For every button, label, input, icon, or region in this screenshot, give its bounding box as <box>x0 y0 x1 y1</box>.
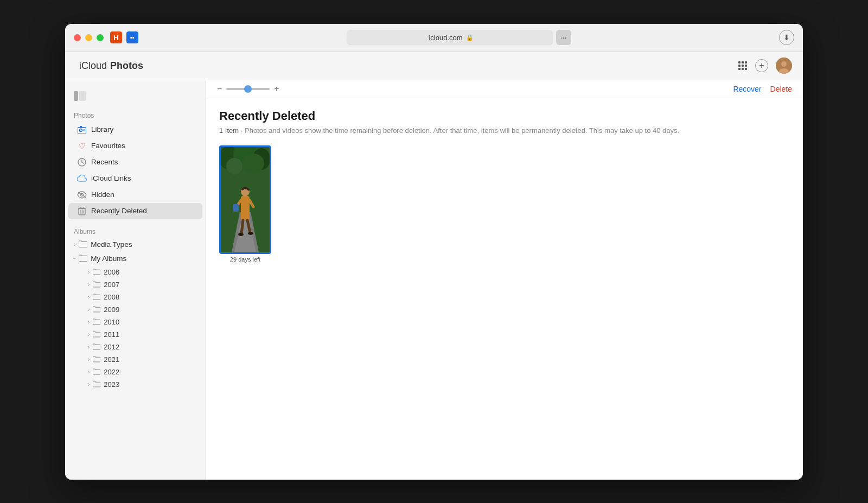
header-actions: + <box>738 58 792 74</box>
svg-rect-4 <box>742 65 744 67</box>
sidebar-item-icloud-links[interactable]: iCloud Links <box>68 170 202 187</box>
year-2023-label: 2023 <box>104 380 119 389</box>
photo-item[interactable]: 29 days left <box>219 145 271 263</box>
minimize-button[interactable] <box>85 34 92 41</box>
svg-rect-23 <box>79 208 85 215</box>
svg-rect-1 <box>742 61 744 63</box>
lock-icon: 🔒 <box>466 34 474 41</box>
my-albums-header[interactable]: › My Albums <box>68 252 202 266</box>
media-types-label: Media Types <box>91 240 132 249</box>
app-logo: iCloud Photos <box>76 60 143 72</box>
sidebar: Photos Library ♡ Favourites <box>65 80 206 480</box>
year-2012-chevron: › <box>88 344 90 350</box>
library-label: Library <box>91 125 113 133</box>
year-2022-label: 2022 <box>104 368 119 376</box>
url-bar[interactable]: icloud.com 🔒 <box>347 30 553 45</box>
subtitle-separator: · <box>241 126 245 135</box>
photos-section-label: Photos <box>65 107 206 122</box>
recover-button[interactable]: Recover <box>733 85 761 93</box>
app-icon-h[interactable]: H <box>110 31 122 43</box>
album-year-2009[interactable]: › 2009 <box>68 303 202 316</box>
album-year-2007[interactable]: › 2007 <box>68 278 202 291</box>
year-2006-chevron: › <box>88 269 90 275</box>
app-window: H ▪▪ icloud.com 🔒 ··· ⬇ iCloud Photos <box>65 24 803 480</box>
year-2008-label: 2008 <box>104 293 119 301</box>
photo-days-left: 29 days left <box>230 256 260 263</box>
year-2021-label: 2021 <box>104 355 119 364</box>
content-main: Recently Deleted 1 Item · Photos and vid… <box>206 98 803 480</box>
content-area: − + Recover Delete Recently Deleted 1 It… <box>206 80 803 480</box>
my-albums-label: My Albums <box>91 254 126 263</box>
url-bar-dots[interactable]: ··· <box>556 30 571 45</box>
album-year-2022[interactable]: › 2022 <box>68 366 202 378</box>
svg-point-15 <box>80 129 82 131</box>
year-2009-chevron: › <box>88 307 90 313</box>
svg-rect-2 <box>745 61 747 63</box>
titlebar-center: icloud.com 🔒 ··· <box>138 30 779 45</box>
svg-rect-13 <box>79 91 86 101</box>
year-2011-label: 2011 <box>104 330 119 339</box>
zoom-out-button[interactable]: − <box>217 85 222 93</box>
sidebar-item-favourites[interactable]: ♡ Favourites <box>68 138 202 154</box>
photo-thumbnail[interactable] <box>219 145 271 254</box>
svg-rect-0 <box>738 61 741 63</box>
download-button[interactable]: ⬇ <box>779 30 794 45</box>
hidden-label: Hidden <box>91 190 114 199</box>
page-title: Recently Deleted <box>219 109 790 123</box>
album-year-2021[interactable]: › 2021 <box>68 353 202 366</box>
app-icon-p[interactable]: ▪▪ <box>126 31 138 43</box>
content-toolbar: − + Recover Delete <box>206 80 803 98</box>
zoom-thumb[interactable] <box>244 85 252 93</box>
year-2007-chevron: › <box>88 282 90 288</box>
url-text: icloud.com <box>429 34 462 42</box>
zoom-controls: − + <box>217 85 279 93</box>
item-count: 1 Item <box>219 126 239 135</box>
favourites-label: Favourites <box>91 142 125 150</box>
media-types-folder-icon <box>79 240 87 249</box>
hidden-icon <box>77 190 87 200</box>
zoom-in-button[interactable]: + <box>274 85 279 93</box>
svg-point-32 <box>242 154 264 173</box>
album-group-my-albums: › My Albums › 2006 › <box>68 252 202 391</box>
zoom-slider[interactable] <box>226 88 270 90</box>
year-2008-chevron: › <box>88 294 90 300</box>
sidebar-item-hidden[interactable]: Hidden <box>68 187 202 203</box>
toolbar-actions: Recover Delete <box>733 85 792 93</box>
year-2007-label: 2007 <box>104 281 119 289</box>
album-year-2011[interactable]: › 2011 <box>68 328 202 341</box>
svg-point-10 <box>781 61 787 67</box>
svg-point-37 <box>248 232 253 235</box>
user-avatar[interactable] <box>776 58 792 74</box>
grid-view-icon[interactable] <box>738 61 748 71</box>
sidebar-item-recents[interactable]: Recents <box>68 154 202 170</box>
album-year-2008[interactable]: › 2008 <box>68 291 202 303</box>
svg-rect-8 <box>745 68 747 70</box>
svg-rect-34 <box>241 196 250 220</box>
media-types-header[interactable]: › Media Types <box>68 238 202 252</box>
svg-point-36 <box>238 233 244 236</box>
sidebar-item-library[interactable]: Library <box>68 122 202 138</box>
album-year-2012[interactable]: › 2012 <box>68 341 202 353</box>
add-button[interactable]: + <box>755 59 768 72</box>
album-year-2023[interactable]: › 2023 <box>68 378 202 391</box>
recently-deleted-label: Recently Deleted <box>91 207 147 215</box>
subtitle-info: Photos and videos show the time remainin… <box>245 126 679 135</box>
delete-button[interactable]: Delete <box>770 85 792 93</box>
svg-rect-5 <box>745 65 747 67</box>
svg-rect-12 <box>74 91 78 101</box>
year-2021-chevron: › <box>88 356 90 362</box>
sidebar-item-recently-deleted[interactable]: Recently Deleted <box>68 203 202 219</box>
svg-rect-7 <box>742 68 744 70</box>
svg-rect-16 <box>83 129 85 131</box>
maximize-button[interactable] <box>97 34 104 41</box>
year-2022-chevron: › <box>88 369 90 375</box>
albums-section: Albums › Media Types › <box>65 224 206 391</box>
album-year-2010[interactable]: › 2010 <box>68 316 202 328</box>
page-subtitle: 1 Item · Photos and videos show the time… <box>219 126 790 135</box>
titlebar: H ▪▪ icloud.com 🔒 ··· ⬇ <box>65 24 803 52</box>
svg-line-20 <box>82 162 84 163</box>
sidebar-toggle-button[interactable] <box>65 87 206 107</box>
close-button[interactable] <box>74 34 81 41</box>
icloud-label: iCloud <box>79 60 107 72</box>
album-year-2006[interactable]: › 2006 <box>68 266 202 278</box>
